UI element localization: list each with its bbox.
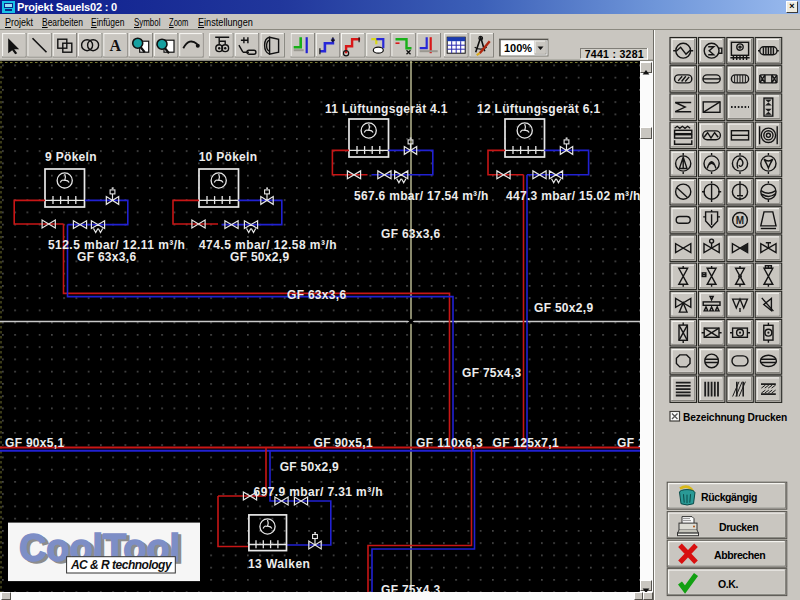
svg-text:GF 90x5,1: GF 90x5,1 <box>314 436 373 450</box>
svg-text:GF 75x4,3: GF 75x4,3 <box>381 583 440 592</box>
svg-text:GF 50x2,9: GF 50x2,9 <box>534 301 593 315</box>
svg-text:Bezeichnung Drucken: Bezeichnung Drucken <box>683 412 787 423</box>
svg-text:O.K.: O.K. <box>718 578 738 590</box>
svg-text:GF 50x2,9: GF 50x2,9 <box>280 460 339 474</box>
svg-text:GF 75x4,3: GF 75x4,3 <box>462 366 521 380</box>
svg-text:Abbrechen: Abbrechen <box>714 549 765 561</box>
svg-text:Rückgängig: Rückgängig <box>701 491 757 503</box>
svg-text:GF 63x3,6: GF 63x3,6 <box>77 250 136 264</box>
svg-text:GF 125x7,1: GF 125x7,1 <box>493 436 559 450</box>
svg-text:A: A <box>110 37 122 54</box>
svg-text:GF 63x3,6: GF 63x3,6 <box>381 227 440 241</box>
svg-text:Drucken: Drucken <box>719 521 758 533</box>
svg-text:12 Lüftungsgerät 6.1: 12 Lüftungsgerät 6.1 <box>477 102 600 116</box>
svg-text:100%: 100% <box>504 42 532 54</box>
svg-text:10 Pökeln: 10 Pökeln <box>199 150 258 164</box>
svg-text:GF 90x5,1: GF 90x5,1 <box>5 436 64 450</box>
svg-text:GF 63x3,6: GF 63x3,6 <box>287 288 346 302</box>
svg-text:9 Pökeln: 9 Pökeln <box>45 150 97 164</box>
svg-text:AC & R technology: AC & R technology <box>70 558 173 572</box>
svg-text:447.3 mbar/ 15.02 m³/h: 447.3 mbar/ 15.02 m³/h <box>506 189 640 203</box>
svg-text:GF 50x2,9: GF 50x2,9 <box>230 250 289 264</box>
svg-text:M: M <box>736 215 744 226</box>
svg-text:7441 : 3281: 7441 : 3281 <box>585 48 644 60</box>
svg-text:11 Lüftungsgerät 4.1: 11 Lüftungsgerät 4.1 <box>325 102 448 116</box>
svg-text:GF 110x6,3: GF 110x6,3 <box>416 436 483 450</box>
svg-text:697.9 mbar/ 7.31 m³/h: 697.9 mbar/ 7.31 m³/h <box>254 485 383 499</box>
svg-text:567.6 mbar/ 17.54 m³/h: 567.6 mbar/ 17.54 m³/h <box>354 189 489 203</box>
svg-text:13 Walken: 13 Walken <box>248 557 310 571</box>
svg-text:GF 1: GF 1 <box>617 436 640 450</box>
